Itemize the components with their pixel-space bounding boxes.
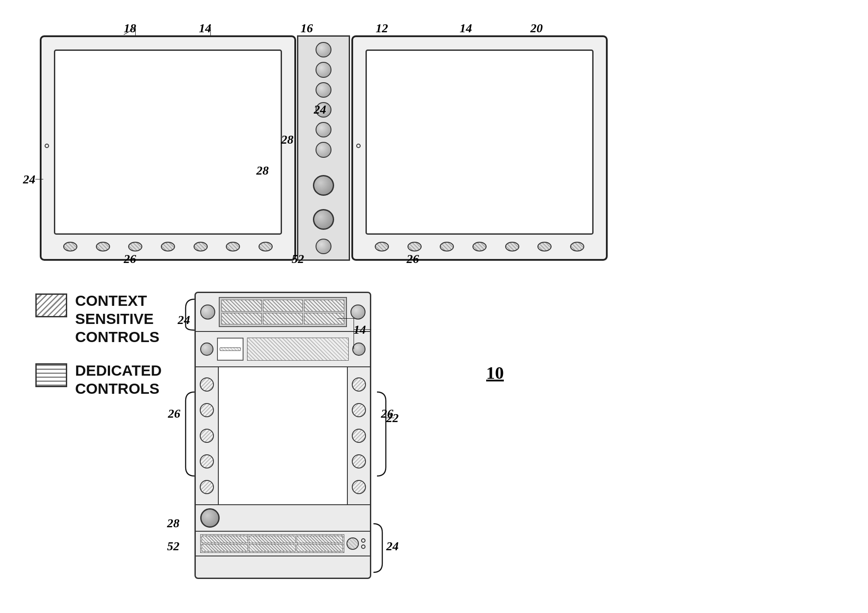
btn3 [128,242,142,251]
bot-large-knob [200,508,220,528]
ref-20: 20 [530,21,543,35]
cp-knob-bottom [316,239,331,254]
lsk5 [200,480,214,494]
brace-26-left [183,390,197,478]
sr-slider [217,338,244,361]
rbtn7 [570,242,584,251]
device-main-area [196,367,370,504]
top-button-grid [219,297,347,327]
sr-knob1 [200,343,213,356]
btn2 [96,242,110,251]
device-bottom [196,504,370,556]
ref-10: 10 [486,362,504,383]
rsk3 [352,429,366,443]
device-center-screen [219,367,347,504]
btn5 [194,242,208,251]
ref-24-center: 24 [314,103,326,117]
top-knob-right [350,305,365,320]
cp-knob-large2 [313,209,334,230]
right-display-unit [351,35,608,261]
legend-line1-dedicated: DEDICATED [75,362,162,380]
ref-14-right: 14 [460,21,472,35]
rbtn3 [440,242,454,251]
bottom-grid-row1 [196,532,370,556]
brace-24-top [183,297,197,332]
legend-text-dedicated: DEDICATED CONTROLS [75,362,162,398]
cp-knob5 [316,122,331,137]
ref-24-bottom: 24 [386,539,399,553]
device-detail [194,292,371,579]
cp-knob1 [316,42,331,57]
ref-16: 16 [301,21,313,35]
rbtn2 [407,242,422,251]
left-side-dot [45,144,49,148]
device-second-row [196,332,370,367]
legend-swatch-dedicated [35,363,67,387]
brace-26-right [375,390,388,478]
ref-26-right: 26 [407,252,419,266]
cp-knob6 [316,142,331,157]
btn6 [226,242,240,251]
ref-52-center: 52 [292,252,304,266]
bottom-knob-row [196,505,370,532]
right-side-keys [347,367,370,504]
right-bottom-buttons [365,239,594,255]
ref-22: 22 [386,411,399,425]
ref-26-device-left: 26 [168,407,180,421]
top-knob-left [200,305,215,320]
rbtn4 [472,242,487,251]
center-panel [297,35,350,261]
device-top-row [196,293,370,332]
rbtn5 [505,242,519,251]
cp-knob2 [316,62,331,77]
legend-swatch-context [35,293,67,317]
legend-line2-dedicated: CONTROLS [75,380,162,398]
left-display-unit [40,35,296,261]
rbtn1 [375,242,389,251]
ref-14-left: 14 [199,21,211,35]
right-side-dot [356,144,361,148]
ref-28-center: 28 [281,133,293,147]
btn7 [259,242,273,251]
patent-drawing: 18 14 16 12 14 20 24 28 24 28 26 52 26 C… [0,0,868,613]
ref-52-device: 52 [167,539,179,553]
ref-26-left: 26 [124,252,136,266]
ref-28-device: 28 [167,516,179,530]
sr-knob2 [352,343,365,356]
right-screen [365,49,594,235]
ref-24-left: 24 [23,172,35,187]
ref-12: 12 [376,21,388,35]
lsk3 [200,429,214,443]
rsk4 [352,454,366,468]
sr-hatch-area [247,338,349,361]
left-screen [54,49,282,235]
rbtn6 [537,242,552,251]
brace-24-bottom [371,522,385,575]
bot-small-knob [346,537,359,550]
cp-knob-large1 [313,175,334,196]
lsk1 [200,377,214,392]
lsk4 [200,454,214,468]
ref-28-left: 28 [256,164,269,178]
btn1 [63,242,77,251]
btn4 [161,242,175,251]
rsk2 [352,403,366,417]
lsk2 [200,403,214,417]
rsk5 [352,480,366,494]
left-side-keys [196,367,219,504]
ref-14-device: 14 [354,323,366,337]
left-bottom-buttons [54,239,282,255]
rsk1 [352,377,366,392]
cp-knob3 [316,82,331,98]
